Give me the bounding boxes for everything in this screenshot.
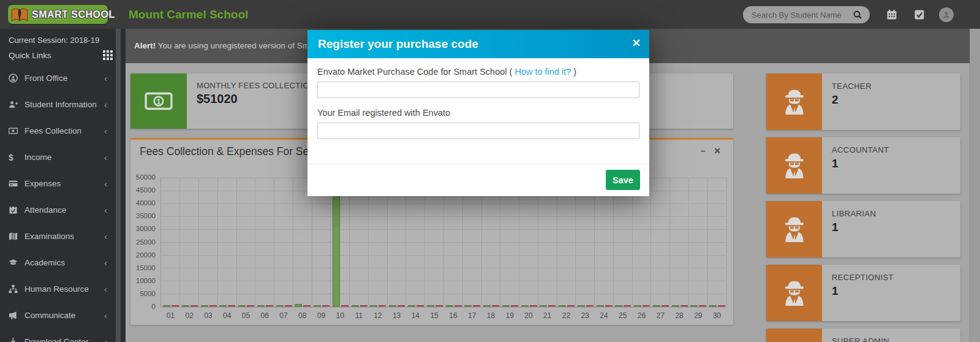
gridline (669, 178, 670, 307)
gridline (726, 178, 727, 307)
y-tick-label: 25000 (130, 238, 156, 246)
sidebar-item-label: Download Center (24, 337, 104, 342)
bar-fees-day-05 (238, 305, 246, 306)
staff-count: 1 (832, 284, 839, 298)
sidebar: Current Session: 2018-19 Quick Links Fro… (0, 29, 126, 342)
svg-text:1: 1 (157, 97, 161, 106)
bar-fees-day-08 (295, 304, 302, 306)
sidebar-scrollbar[interactable] (116, 29, 121, 342)
x-tick-label: 19 (500, 311, 519, 320)
quick-links[interactable]: Quick Links (9, 49, 113, 61)
chevron-left-icon: ‹ (104, 178, 108, 189)
sidebar-item-communicate[interactable]: Communicate‹ (0, 302, 116, 329)
x-tick-label: 03 (199, 311, 218, 320)
staff-card-accountant: ACCOUNTANT1 (766, 137, 960, 194)
gridline (368, 178, 369, 307)
bar-expenses-day-17 (473, 305, 480, 306)
panel-close-icon[interactable]: ✕ (714, 140, 721, 163)
user-avatar[interactable] (939, 7, 954, 22)
sidebar-item-label: Expenses (24, 179, 104, 188)
x-tick-label: 23 (576, 311, 595, 320)
download-icon (9, 337, 24, 342)
x-tick-label: 20 (519, 311, 538, 320)
app-logo[interactable]: SMART SCHOOL (8, 5, 108, 24)
sidebar-item-student-information[interactable]: Student Information‹ (0, 91, 116, 118)
gridline (424, 178, 425, 307)
sidebar-item-fees-collection[interactable]: Fees Collection‹ (0, 118, 116, 144)
search-icon[interactable] (853, 10, 870, 20)
y-tick-label: 30000 (130, 225, 156, 232)
bar-expenses-day-25 (624, 305, 631, 306)
y-tick-label: 45000 (130, 186, 156, 194)
gridline (236, 178, 237, 307)
search-input[interactable] (743, 7, 853, 23)
modal-footer: Save (307, 164, 649, 196)
how-to-find-it-link[interactable]: How to find it? (514, 67, 571, 77)
envato-email-input[interactable] (317, 123, 639, 139)
sidebar-item-front-office[interactable]: Front Office‹ (0, 65, 116, 91)
purchase-code-input[interactable] (317, 82, 639, 98)
gridline (330, 178, 331, 307)
bar-expenses-day-12 (379, 305, 386, 306)
bar-fees-day-18 (483, 305, 491, 306)
bar-expenses-day-15 (435, 305, 443, 306)
staff-count: 1 (832, 221, 839, 234)
sidebar-item-label: Examinations (24, 232, 104, 241)
y-tick-label: 5000 (130, 290, 156, 297)
grid-icon[interactable] (103, 50, 113, 60)
x-tick-label: 16 (444, 311, 463, 320)
bar-fees-day-02 (182, 305, 189, 306)
app-root: SMART SCHOOL Mount Carmel School Current… (0, 0, 980, 342)
sidebar-item-label: Communicate (24, 311, 104, 320)
money-bill-icon (9, 126, 24, 135)
x-tick-label: 15 (425, 311, 444, 320)
x-tick-label: 26 (632, 311, 651, 320)
sidebar-item-academics[interactable]: Academics‹ (0, 249, 116, 276)
bullhorn-icon (9, 311, 24, 320)
y-tick-label: 40000 (130, 199, 156, 207)
bar-expenses-day-27 (662, 305, 669, 306)
gridline (462, 178, 463, 307)
bar-fees-day-23 (578, 305, 585, 306)
sidebar-item-expenses[interactable]: Expenses‹ (0, 170, 116, 197)
quick-links-label: Quick Links (9, 51, 51, 60)
x-tick-label: 08 (293, 311, 312, 320)
bar-expenses-day-02 (190, 305, 198, 306)
bar-fees-day-21 (540, 305, 547, 306)
money-bill-icon: 1 (130, 74, 187, 129)
gridline (707, 178, 708, 307)
bar-fees-day-01 (163, 305, 170, 306)
staff-card-receptionist: RECEPTIONIST1 (766, 265, 960, 321)
sidebar-item-label: Front Office (24, 74, 104, 83)
current-session-label: Current Session: 2018-19 (9, 36, 99, 45)
sidebar-item-attendance[interactable]: Attendance‹ (0, 197, 116, 223)
monthly-fees-value: $51020 (197, 92, 238, 106)
panel-minimize-icon[interactable]: – (701, 140, 706, 163)
gridline (387, 178, 388, 307)
chevron-left-icon: ‹ (104, 231, 108, 241)
gridline (557, 178, 557, 307)
calendar-icon[interactable] (886, 9, 897, 20)
sidebar-item-examinations[interactable]: Examinations‹ (0, 223, 116, 249)
gridline (217, 178, 218, 307)
sidebar-item-human-resource[interactable]: Human Resource‹ (0, 276, 116, 302)
y-tick-label: 50000 (130, 173, 156, 181)
task-check-icon[interactable] (914, 9, 925, 20)
save-button[interactable]: Save (606, 170, 640, 190)
sidebar-item-download-center[interactable]: Download Center‹ (0, 329, 116, 342)
purchase-code-label-text: Envato Market Purchase Code for Smart Sc… (317, 67, 514, 77)
gridline (274, 178, 274, 307)
modal-header: Register your purchase code ✕ (307, 30, 649, 58)
page-scrollbar[interactable] (970, 29, 980, 342)
x-tick-label: 12 (368, 311, 387, 320)
bar-expenses-day-11 (360, 305, 368, 306)
sidebar-item-label: Student Information (24, 100, 104, 109)
x-tick-label: 30 (707, 311, 726, 320)
bar-expenses-day-21 (548, 305, 556, 306)
bar-expenses-day-20 (530, 305, 537, 306)
sidebar-item-income[interactable]: $Income‹ (0, 144, 116, 170)
modal-close-icon[interactable]: ✕ (632, 30, 641, 58)
gridline (255, 178, 255, 307)
purchase-code-modal: Register your purchase code ✕ Envato Mar… (307, 30, 649, 196)
x-tick-label: 07 (274, 311, 293, 320)
